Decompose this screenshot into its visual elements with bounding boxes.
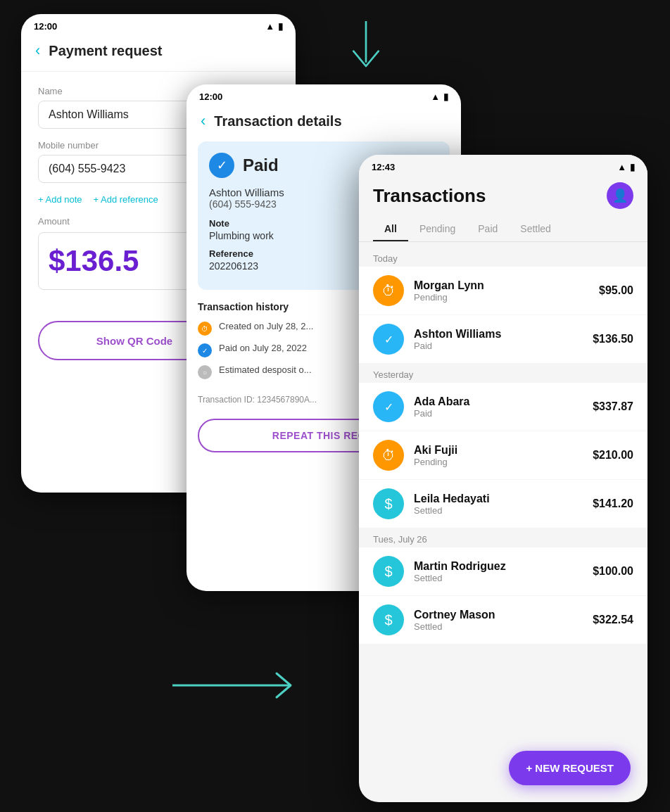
transactions-list-screen: 12:43 ▲ ▮ Transactions 👤 All Pending Pai… bbox=[359, 155, 647, 802]
tx-name-leila: Leila Hedayati bbox=[414, 493, 593, 505]
filter-tabs: All Pending Paid Settled bbox=[359, 217, 647, 242]
time-details: 12:00 bbox=[199, 91, 222, 102]
tab-pending[interactable]: Pending bbox=[408, 217, 467, 241]
tx-status-leila: Settled bbox=[414, 505, 593, 516]
section-july26: Tues, July 26 bbox=[359, 528, 647, 547]
new-request-button[interactable]: + NEW REQUEST bbox=[509, 751, 631, 785]
time-list: 12:43 bbox=[372, 162, 395, 172]
tx-info-morgan: Morgan Lynn Pending bbox=[414, 279, 599, 303]
history-icon-created: ⏱ bbox=[198, 322, 212, 336]
section-yesterday: Yesterday bbox=[359, 364, 647, 383]
back-button-details[interactable]: ‹ bbox=[201, 112, 206, 130]
tx-amount-leila: $141.20 bbox=[593, 497, 633, 510]
tx-status-aki: Pending bbox=[414, 457, 593, 467]
section-today: Today bbox=[359, 248, 647, 267]
history-text-created: Created on July 28, 2... bbox=[219, 321, 313, 331]
tx-amount-ada: $337.87 bbox=[593, 400, 633, 413]
details-header: ‹ Transaction details bbox=[187, 106, 461, 141]
tx-name-ashton: Ashton Williams bbox=[414, 328, 593, 341]
details-title: Transaction details bbox=[214, 113, 341, 129]
battery-icon-payment: ▮ bbox=[278, 21, 283, 32]
tx-name-martin: Martin Rodriguez bbox=[414, 560, 593, 573]
arrow-down-icon bbox=[345, 21, 387, 77]
wifi-icon-list: ▲ bbox=[617, 162, 626, 172]
tx-info-ada: Ada Abara Paid bbox=[414, 395, 593, 419]
status-bar-details: 12:00 ▲ ▮ bbox=[187, 84, 461, 106]
tx-name-ada: Ada Abara bbox=[414, 395, 593, 408]
tx-info-martin: Martin Rodriguez Settled bbox=[414, 560, 593, 583]
tx-status-martin: Settled bbox=[414, 573, 593, 583]
tx-info-ashton: Ashton Williams Paid bbox=[414, 328, 593, 351]
transaction-cortney-mason[interactable]: $ Cortney Mason Settled $322.54 bbox=[359, 596, 647, 644]
tx-status-morgan: Pending bbox=[414, 292, 599, 303]
transaction-morgan-lynn[interactable]: ⏱ Morgan Lynn Pending $95.00 bbox=[359, 267, 647, 315]
tab-all[interactable]: All bbox=[373, 217, 408, 241]
status-bar-list: 12:43 ▲ ▮ bbox=[359, 155, 647, 177]
tx-info-aki: Aki Fujii Pending bbox=[414, 444, 593, 467]
tx-status-ada: Paid bbox=[414, 408, 593, 419]
tx-info-cortney: Cortney Mason Settled bbox=[414, 609, 593, 632]
history-icon-paid: ✓ bbox=[198, 343, 212, 357]
arrow-right-icon bbox=[172, 668, 313, 703]
status-bar-payment: 12:00 ▲ ▮ bbox=[21, 14, 296, 36]
tx-icon-ashton: ✓ bbox=[373, 324, 404, 355]
paid-label: Paid bbox=[243, 156, 279, 175]
transaction-ashton-williams[interactable]: ✓ Ashton Williams Paid $136.50 bbox=[359, 315, 647, 363]
tab-settled[interactable]: Settled bbox=[509, 217, 562, 241]
status-icons-list: ▲ ▮ bbox=[617, 162, 635, 172]
tx-status-cortney: Settled bbox=[414, 621, 593, 632]
wifi-icon-payment: ▲ bbox=[265, 21, 274, 32]
tx-amount-ashton: $136.50 bbox=[593, 333, 633, 345]
tx-icon-morgan: ⏱ bbox=[373, 275, 404, 306]
tab-paid[interactable]: Paid bbox=[467, 217, 509, 241]
tx-name-morgan: Morgan Lynn bbox=[414, 279, 599, 292]
tx-amount-morgan: $95.00 bbox=[599, 284, 633, 297]
add-note-link[interactable]: + Add note bbox=[38, 194, 82, 205]
history-text-estimated: Estimated desposit o... bbox=[219, 364, 312, 375]
payment-title: Payment request bbox=[49, 43, 162, 59]
tx-icon-leila: $ bbox=[373, 488, 404, 519]
add-reference-link[interactable]: + Add reference bbox=[94, 194, 158, 205]
tx-icon-cortney: $ bbox=[373, 604, 404, 635]
tx-amount-cortney: $322.54 bbox=[593, 614, 633, 626]
history-text-paid: Paid on July 28, 2022 bbox=[219, 343, 307, 353]
user-avatar[interactable]: 👤 bbox=[607, 182, 633, 209]
wifi-icon-details: ▲ bbox=[431, 91, 440, 102]
time-payment: 12:00 bbox=[34, 21, 57, 32]
tx-icon-aki: ⏱ bbox=[373, 440, 404, 471]
tx-amount-aki: $210.00 bbox=[593, 449, 633, 462]
battery-icon-list: ▮ bbox=[630, 162, 635, 172]
tx-name-cortney: Cortney Mason bbox=[414, 609, 593, 621]
list-title: Transactions bbox=[373, 185, 486, 207]
tx-icon-ada: ✓ bbox=[373, 391, 404, 422]
tx-status-ashton: Paid bbox=[414, 341, 593, 351]
back-button-payment[interactable]: ‹ bbox=[35, 42, 40, 60]
list-header: Transactions 👤 bbox=[359, 177, 647, 217]
paid-checkmark-icon: ✓ bbox=[209, 153, 234, 178]
amount-value: $136.5 bbox=[49, 244, 139, 278]
transaction-ada-abara[interactable]: ✓ Ada Abara Paid $337.87 bbox=[359, 383, 647, 431]
transaction-leila-hedayati[interactable]: $ Leila Hedayati Settled $141.20 bbox=[359, 480, 647, 528]
status-icons-details: ▲ ▮ bbox=[431, 91, 448, 102]
payment-header: ‹ Payment request bbox=[21, 36, 296, 72]
tx-name-aki: Aki Fujii bbox=[414, 444, 593, 457]
tx-info-leila: Leila Hedayati Settled bbox=[414, 493, 593, 516]
history-icon-estimated: ○ bbox=[198, 365, 212, 379]
battery-icon-details: ▮ bbox=[443, 91, 448, 102]
status-icons-payment: ▲ ▮ bbox=[265, 21, 283, 32]
tx-amount-martin: $100.00 bbox=[593, 565, 633, 578]
tx-icon-martin: $ bbox=[373, 556, 404, 587]
transaction-martin-rodriguez[interactable]: $ Martin Rodriguez Settled $100.00 bbox=[359, 547, 647, 595]
transaction-aki-fujii[interactable]: ⏱ Aki Fujii Pending $210.00 bbox=[359, 431, 647, 479]
